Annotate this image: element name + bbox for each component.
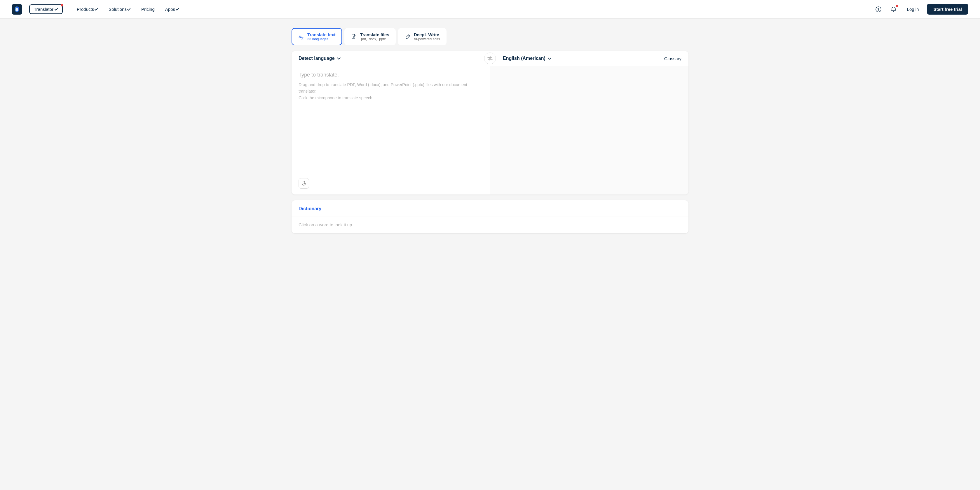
- translate-text-tab-label: Translate text: [307, 32, 336, 37]
- main-content: A 文 Translate text 33 languages Trans: [280, 19, 700, 243]
- navbar: Translator Products Solutions Pricing Ap…: [0, 0, 980, 19]
- dictionary-title: Dictionary: [299, 206, 321, 211]
- translator-dropdown-button[interactable]: Translator: [29, 5, 63, 14]
- dictionary-container: Dictionary Click on a word to look it up…: [291, 200, 689, 233]
- source-lang-selector: Detect language: [291, 51, 484, 66]
- microphone-button[interactable]: [299, 178, 309, 188]
- translator-btn-label: Translator: [34, 7, 53, 12]
- translate-files-tab-sublabel: .pdf, .docx, .pptx: [360, 37, 389, 41]
- notification-dot: [896, 5, 898, 7]
- target-lang-chevron: [548, 56, 551, 61]
- input-hint: Drag and drop to translate PDF, Word (.d…: [299, 81, 483, 101]
- deepl-logo-icon: [12, 4, 22, 14]
- help-icon: ?: [875, 6, 881, 12]
- input-pane[interactable]: Type to translate. Drag and drop to tran…: [291, 66, 490, 195]
- glossary-button[interactable]: Glossary: [664, 56, 681, 61]
- swap-languages-button[interactable]: [484, 53, 496, 64]
- tab-deepl-write[interactable]: DeepL Write AI-powered edits: [398, 28, 447, 45]
- tab-translate-files[interactable]: Translate files .pdf, .docx, .pptx: [344, 28, 396, 45]
- svg-text:文: 文: [301, 37, 304, 40]
- dictionary-body: Click on a word to look it up.: [291, 216, 689, 233]
- nav-item-pricing[interactable]: Pricing: [137, 5, 159, 14]
- target-lang-label: English (American): [503, 56, 546, 61]
- start-trial-button[interactable]: Start free trial: [927, 4, 968, 14]
- translate-text-icon: A 文: [298, 34, 304, 40]
- dictionary-header: Dictionary: [291, 200, 689, 216]
- translate-files-icon: [351, 34, 357, 40]
- navbar-nav: Products Solutions Pricing Apps: [72, 5, 873, 14]
- svg-text:?: ?: [877, 7, 879, 11]
- source-lang-label: Detect language: [299, 56, 335, 61]
- svg-rect-6: [303, 181, 305, 184]
- target-lang-selector: English (American) Glossary: [496, 51, 689, 66]
- notifications-button[interactable]: [888, 4, 899, 14]
- translator-container: Detect language English (American): [291, 51, 689, 195]
- apps-chevron-icon: [176, 7, 179, 10]
- login-button[interactable]: Log in: [904, 5, 923, 14]
- detect-language-button[interactable]: Detect language: [299, 56, 340, 61]
- dictionary-hint: Click on a word to look it up.: [299, 222, 353, 227]
- tab-translate-text[interactable]: A 文 Translate text 33 languages: [291, 28, 342, 45]
- pricing-label: Pricing: [141, 7, 155, 12]
- tab-bar: A 文 Translate text 33 languages Trans: [291, 28, 689, 45]
- swap-icon: [487, 56, 493, 61]
- microphone-icon: [302, 181, 306, 186]
- solutions-chevron-icon: [127, 7, 130, 10]
- products-label: Products: [77, 7, 94, 12]
- logo-link[interactable]: [12, 4, 22, 14]
- source-lang-chevron: [337, 56, 340, 61]
- help-button[interactable]: ?: [873, 4, 884, 14]
- deepl-write-tab-sublabel: AI-powered edits: [414, 37, 440, 41]
- translator-header: Detect language English (American): [291, 51, 689, 66]
- apps-label: Apps: [165, 7, 175, 12]
- input-actions: [299, 178, 483, 188]
- bell-icon: [891, 6, 897, 12]
- output-pane: [490, 66, 689, 195]
- solutions-label: Solutions: [108, 7, 127, 12]
- translator-body: Type to translate. Drag and drop to tran…: [291, 66, 689, 195]
- navbar-right: ? Log in Start free trial: [873, 4, 968, 14]
- svg-text:A: A: [299, 35, 301, 38]
- deepl-write-icon: [404, 34, 411, 40]
- target-language-button[interactable]: English (American): [503, 56, 551, 61]
- nav-item-products[interactable]: Products: [72, 5, 103, 14]
- translator-chevron-icon: [54, 7, 58, 10]
- deepl-write-tab-label: DeepL Write: [414, 32, 440, 37]
- nav-item-apps[interactable]: Apps: [161, 5, 184, 14]
- products-chevron-icon: [95, 7, 98, 10]
- translate-text-tab-sublabel: 33 languages: [307, 37, 336, 41]
- translate-files-tab-label: Translate files: [360, 32, 389, 37]
- translator-dot-indicator: [61, 4, 63, 6]
- nav-item-solutions[interactable]: Solutions: [104, 5, 135, 14]
- input-placeholder: Type to translate.: [299, 72, 483, 78]
